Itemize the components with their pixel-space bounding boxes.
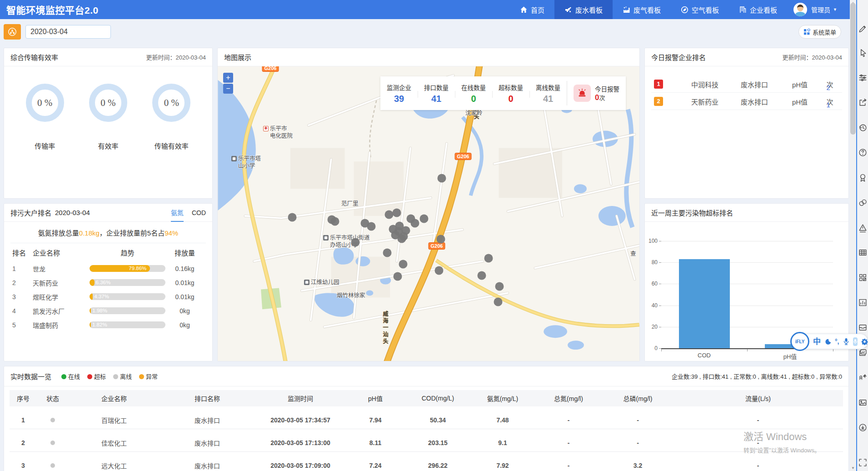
history-icon[interactable] (858, 123, 868, 132)
trend-bar-track: 79.86% (90, 265, 165, 272)
badge-icon[interactable] (858, 173, 868, 182)
column-header: 总磷(mg/l) (603, 394, 673, 403)
monitor-point-marker[interactable] (435, 266, 444, 275)
punctuation-toggle[interactable]: °, (835, 338, 839, 345)
monitor-point-marker[interactable] (367, 222, 376, 231)
moon-icon[interactable] (824, 338, 831, 345)
image-icon[interactable] (858, 398, 868, 407)
date-input[interactable] (25, 25, 111, 39)
enterprise-icon (739, 6, 747, 14)
page-scrollbar[interactable]: ▲ ▼ (850, 0, 856, 471)
nav-item-废水看板[interactable]: 废水看板 (554, 0, 613, 19)
monitor-point-marker[interactable] (383, 249, 392, 257)
cod-value: 296.22 (405, 462, 471, 469)
zoom-in-button[interactable]: + (223, 73, 233, 83)
cursor-icon[interactable] (858, 48, 868, 57)
album-icon[interactable] (858, 348, 868, 357)
table-icon[interactable] (858, 248, 868, 257)
zoom-out-button[interactable]: − (223, 84, 233, 94)
trend-bar-track: 4.37% (90, 293, 165, 300)
monitor-point-marker[interactable] (351, 238, 360, 247)
gauge-label: 传输有效率 (155, 141, 189, 150)
outlet-name: 废水排口 (734, 80, 775, 89)
app-title: 智能环境监控平台2.0 (0, 3, 99, 16)
fullscreen-icon[interactable] (858, 458, 868, 467)
monitor-point-marker[interactable] (495, 282, 504, 291)
system-menu-button[interactable]: 系统菜单 (798, 25, 841, 39)
flow-value: - (673, 462, 843, 469)
sliders-icon[interactable] (858, 73, 868, 82)
panel-title: 实时数据一览 (10, 371, 51, 381)
stat-value: 41 (418, 94, 455, 104)
status-cell (37, 462, 69, 469)
scrollbar-thumb[interactable] (850, 3, 856, 135)
monitor-point-marker[interactable] (331, 217, 339, 226)
rank-badge: 1 (654, 80, 663, 89)
tp-value: - (603, 439, 673, 446)
monitor-point-marker[interactable] (494, 298, 503, 306)
chart-icon[interactable] (858, 298, 868, 307)
map-base-layer (218, 66, 639, 361)
monitor-point-marker[interactable] (420, 215, 429, 223)
map-stat-监测企业: 监测企业39 (380, 83, 418, 104)
alarm-rows: 1中润科技废水排口pH值2 次2天新药业废水排口pH值1 次 (645, 75, 848, 110)
microphone-icon[interactable] (843, 338, 849, 345)
tab-氨氮[interactable]: 氨氮 (171, 204, 184, 222)
nav-item-label: 空气看板 (692, 5, 719, 15)
stat-label: 在线数量 (455, 83, 492, 92)
monitor-point-marker[interactable] (478, 271, 486, 280)
monitor-point-marker[interactable] (385, 210, 394, 219)
shapes-icon[interactable] (858, 198, 868, 207)
realtime-summary: 企业数:39 , 排口数:41 , 正常数:0 , 离线数:41 , 超标数:0… (672, 372, 842, 381)
monitor-point-marker[interactable] (399, 260, 408, 269)
monitor-point-marker[interactable] (288, 213, 297, 222)
emission-amount: 0kg (165, 307, 204, 315)
help-icon[interactable] (858, 148, 868, 157)
nav-item-首页[interactable]: 首页 (510, 0, 554, 19)
monitor-point-marker[interactable] (398, 235, 406, 243)
warning-icon[interactable] (858, 223, 868, 232)
rank-badge: 2 (654, 97, 663, 106)
map-canvas[interactable]: 威海一汕头威海一汕头 G206G206G206 沈家岭✚乐平市 电化医院▣乐平市… (218, 66, 639, 361)
alarm-siren-icon (574, 85, 591, 102)
gauge-label: 有效率 (98, 141, 118, 150)
school-icon: ▣ (231, 156, 237, 161)
user-menu[interactable]: 管理员 ▼ (787, 3, 850, 16)
realtime-data-panel: 实时数据一览 在线超标离线异常 企业数:39 , 排口数:41 , 正常数:0 … (4, 366, 849, 471)
ph-value: 7.94 (346, 416, 405, 424)
nav-item-企业看板[interactable]: 企业看板 (729, 0, 787, 19)
column-header: pH值 (346, 394, 405, 403)
stat-label: 超标数量 (492, 83, 529, 92)
nav-item-废气看板[interactable]: 废气看板 (613, 0, 671, 19)
ifly-logo[interactable]: iFLY (790, 332, 809, 351)
nav-item-空气看板[interactable]: 空气看板 (671, 0, 729, 19)
emission-amount: 0.01kg (165, 293, 204, 301)
monitor-point-marker[interactable] (394, 272, 402, 281)
monitor-point-marker[interactable] (393, 209, 401, 217)
trend-bar: 1.98% (90, 307, 165, 314)
gear-icon[interactable] (861, 338, 868, 345)
download-icon[interactable] (858, 423, 868, 432)
tab-COD[interactable]: COD (192, 204, 206, 222)
company-name: 世龙 (33, 264, 90, 273)
monitor-time: 2020-03-05 17:13:00 (255, 439, 346, 446)
company-name: 佳宏化工 (69, 438, 160, 447)
text-insert-icon[interactable] (858, 373, 868, 382)
monitor-point-marker[interactable] (411, 219, 419, 228)
monitor-point-marker[interactable] (438, 174, 446, 183)
table-row: 3远大化工废水排口2020-03-05 17:09:007.24296.227.… (10, 456, 843, 471)
blocks-icon[interactable] (858, 273, 868, 282)
share-icon[interactable] (858, 98, 868, 107)
tray-icon[interactable] (858, 323, 868, 332)
scroll-down-icon[interactable]: ▼ (850, 466, 856, 470)
pen-icon[interactable] (858, 23, 868, 32)
org-structure-button[interactable] (4, 24, 21, 40)
panel-date: 2020-03-04 (55, 209, 90, 216)
monitor-point-marker[interactable] (484, 254, 493, 263)
ime-language-toggle[interactable]: 中 (813, 338, 821, 346)
emission-amount: 0.01kg (165, 279, 204, 286)
handwriting-pad-icon[interactable] (853, 337, 858, 346)
alarm-rank-panel: 今日报警企业排名 更新时间：2020-03-04 1中润科技废水排口pH值2 次… (644, 48, 849, 199)
monitor-point-marker[interactable] (437, 235, 445, 244)
trend-bar-fill (90, 293, 93, 300)
